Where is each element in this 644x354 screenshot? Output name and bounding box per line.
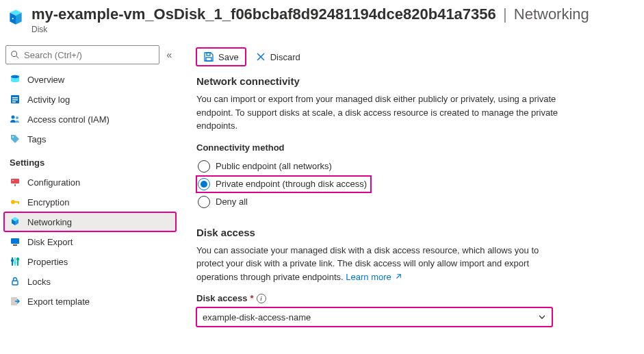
- sidebar-item-locks[interactable]: Locks: [4, 272, 176, 291]
- svg-rect-12: [11, 179, 19, 184]
- save-button-label: Save: [218, 52, 239, 62]
- radio-deny-all[interactable]: Deny all: [196, 192, 566, 212]
- main-content: Save Discard Network connectivity You ca…: [180, 42, 644, 327]
- svg-rect-14: [14, 184, 16, 186]
- sidebar-item-label: Export template: [27, 296, 90, 307]
- external-link-icon: [395, 273, 402, 280]
- sidebar-item-label: Properties: [27, 257, 68, 267]
- svg-rect-26: [12, 281, 18, 285]
- dropdown-value: example-disk-access-name: [203, 312, 311, 323]
- disk-resource-icon: [7, 5, 31, 28]
- search-icon: [10, 50, 20, 60]
- title-separator: |: [503, 5, 507, 23]
- sidebar-item-properties[interactable]: Properties: [4, 252, 176, 271]
- radio-circle-icon: [198, 160, 210, 173]
- disk-access-title: Disk access: [196, 227, 566, 238]
- svg-rect-23: [11, 260, 14, 262]
- toolbar: Save Discard: [196, 42, 644, 75]
- discard-icon: [255, 51, 266, 62]
- disk-export-icon: [10, 236, 21, 247]
- radio-label: Deny all: [216, 197, 248, 207]
- radio-private-endpoint[interactable]: Private endpoint (through disk access): [196, 176, 371, 192]
- svg-rect-24: [14, 262, 16, 264]
- sidebar-item-label: Access control (IAM): [27, 114, 110, 125]
- network-connectivity-title: Network connectivity: [196, 75, 566, 87]
- radio-public-endpoint[interactable]: Public endpoint (all networks): [196, 157, 566, 176]
- discard-button-label: Discard: [270, 52, 300, 62]
- radio-label: Private endpoint (through disk access): [216, 179, 367, 189]
- sidebar: « Overview Activity log Access control (…: [0, 42, 180, 327]
- sidebar-item-disk-export[interactable]: Disk Export: [4, 232, 176, 251]
- svg-rect-8: [12, 101, 16, 103]
- svg-rect-6: [12, 97, 18, 99]
- network-connectivity-desc: You can import or export from your manag…: [196, 92, 566, 133]
- sidebar-item-label: Tags: [27, 134, 46, 144]
- sidebar-item-tags[interactable]: Tags: [4, 129, 176, 149]
- sidebar-item-label: Locks: [27, 277, 51, 287]
- access-control-icon: [10, 114, 21, 125]
- info-icon[interactable]: i: [257, 294, 266, 303]
- sidebar-item-activity-log[interactable]: Activity log: [4, 90, 176, 109]
- save-button[interactable]: Save: [196, 48, 246, 66]
- svg-rect-13: [12, 180, 14, 181]
- disk-access-dropdown[interactable]: example-disk-access-name: [196, 307, 552, 327]
- search-input[interactable]: [24, 50, 155, 60]
- svg-rect-29: [206, 58, 211, 61]
- disk-access-label-text: Disk access: [196, 293, 247, 303]
- svg-point-1: [12, 51, 17, 57]
- page-header: my-example-vm_OsDisk_1_f06bcbaf8d9248119…: [0, 0, 644, 42]
- encryption-icon: [10, 197, 21, 207]
- connectivity-method-label: Connectivity method: [196, 142, 566, 153]
- resource-name: my-example-vm_OsDisk_1_f06bcbaf8d9248119…: [31, 5, 496, 23]
- networking-icon: [10, 216, 21, 227]
- svg-point-9: [12, 116, 15, 119]
- svg-rect-25: [16, 258, 19, 260]
- export-template-icon: [10, 296, 21, 307]
- sidebar-item-label: Encryption: [27, 197, 69, 207]
- svg-rect-19: [13, 244, 17, 246]
- svg-rect-7: [12, 99, 18, 101]
- sidebar-item-configuration[interactable]: Configuration: [4, 173, 176, 192]
- svg-rect-28: [207, 53, 210, 55]
- sidebar-item-label: Activity log: [27, 94, 70, 105]
- svg-point-4: [11, 75, 19, 78]
- sidebar-item-networking[interactable]: Networking: [4, 212, 176, 231]
- sidebar-item-export-template[interactable]: Export template: [4, 292, 176, 311]
- svg-rect-18: [11, 238, 19, 244]
- lock-icon: [10, 276, 21, 287]
- svg-line-2: [16, 56, 19, 59]
- collapse-sidebar-button[interactable]: «: [164, 47, 175, 63]
- page-title: my-example-vm_OsDisk_1_f06bcbaf8d9248119…: [31, 5, 637, 23]
- resource-type-label: Disk: [31, 25, 637, 34]
- overview-icon: [10, 74, 21, 85]
- sidebar-item-label: Networking: [27, 217, 72, 227]
- blade-name: Networking: [514, 5, 589, 23]
- configuration-icon: [10, 177, 21, 188]
- sidebar-item-overview[interactable]: Overview: [4, 70, 176, 89]
- radio-circle-icon: [198, 196, 210, 208]
- radio-circle-icon: [198, 178, 210, 190]
- sidebar-item-encryption[interactable]: Encryption: [4, 192, 176, 212]
- disk-access-field-label: Disk access * i: [196, 293, 566, 303]
- sidebar-item-label: Disk Export: [27, 237, 73, 247]
- sidebar-section-settings: Settings: [4, 149, 176, 172]
- chevron-down-icon: [538, 313, 546, 321]
- disk-access-desc: You can associate your managed disk with…: [196, 244, 566, 284]
- properties-icon: [10, 256, 21, 267]
- activity-log-icon: [10, 94, 21, 105]
- save-icon: [203, 51, 214, 62]
- sidebar-item-label: Overview: [27, 75, 64, 85]
- learn-more-label: Learn more: [346, 272, 391, 282]
- svg-point-11: [12, 136, 14, 138]
- svg-point-0: [12, 18, 14, 19]
- sidebar-item-label: Configuration: [27, 177, 80, 188]
- svg-point-10: [16, 116, 18, 119]
- learn-more-link[interactable]: Learn more: [346, 272, 402, 282]
- sidebar-item-access-control[interactable]: Access control (IAM): [4, 110, 176, 129]
- required-asterisk: *: [250, 293, 253, 303]
- search-box[interactable]: [5, 45, 159, 64]
- discard-button[interactable]: Discard: [248, 48, 307, 66]
- radio-label: Public endpoint (all networks): [216, 161, 332, 171]
- connectivity-method-radio-group: Public endpoint (all networks) Private e…: [196, 157, 566, 212]
- tags-icon: [10, 134, 21, 144]
